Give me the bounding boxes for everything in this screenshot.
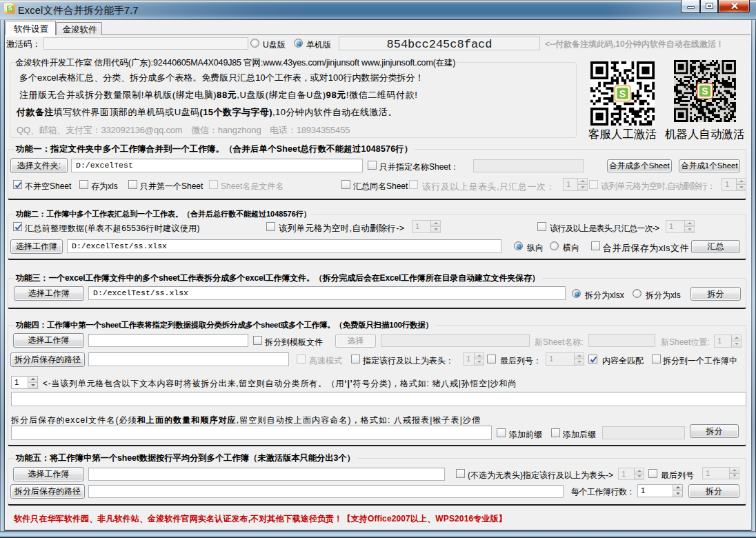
- svg-text:S: S: [619, 88, 626, 99]
- svg-text:S: S: [702, 86, 708, 97]
